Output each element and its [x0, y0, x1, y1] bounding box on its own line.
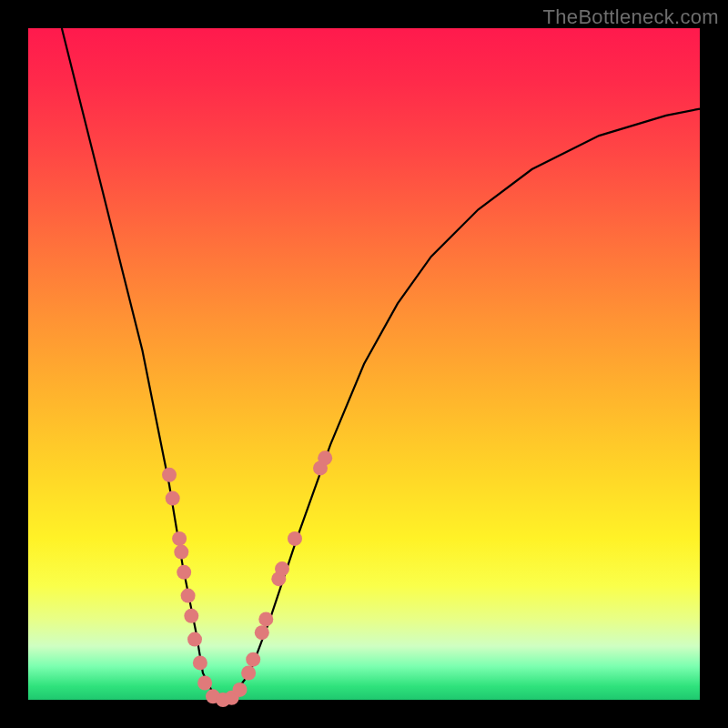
curve-marker: [233, 682, 248, 697]
bottleneck-curve: [62, 28, 700, 700]
curve-marker: [288, 531, 302, 546]
curve-marker: [318, 450, 332, 465]
chart-frame: TheBottleneck.com: [0, 0, 728, 728]
curve-marker: [162, 468, 177, 482]
curve-marker: [241, 666, 256, 681]
curve-marker: [166, 491, 180, 506]
curve-marker: [258, 612, 273, 626]
curve-marker: [193, 655, 207, 670]
curve-marker: [246, 652, 260, 667]
curve-marker: [177, 565, 191, 580]
chart-svg: [28, 28, 700, 700]
curve-marker: [197, 676, 212, 691]
curve-marker: [187, 632, 202, 647]
curve-marker: [181, 589, 196, 603]
curve-marker: [174, 545, 188, 560]
curve-marker: [255, 625, 269, 640]
curve-markers: [162, 450, 332, 707]
chart-plot-area: [28, 28, 700, 700]
curve-marker: [172, 531, 187, 546]
curve-marker: [184, 609, 198, 623]
curve-marker: [275, 561, 289, 576]
watermark-text: TheBottleneck.com: [543, 5, 719, 29]
